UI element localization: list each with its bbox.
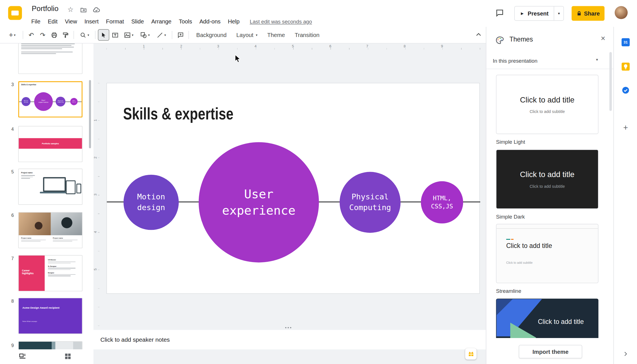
chevron-down-icon: ▾ [148, 33, 150, 37]
keep-icon[interactable] [621, 63, 630, 71]
slide-number: 4 [6, 127, 14, 132]
thumb-title: Skills & expertise [21, 84, 36, 86]
theme-card-streamline[interactable]: Click to add title Click to add subtitle [496, 224, 599, 283]
themes-panel-title: Themes [509, 36, 533, 43]
menu-slide[interactable]: Slide [128, 16, 148, 27]
slide-thumbnail-9[interactable] [18, 341, 82, 350]
chevron-down-icon: ▾ [132, 33, 134, 37]
mini-circle: Userexperience [34, 92, 53, 111]
calendar-icon[interactable]: 31 [621, 38, 630, 46]
mouse-cursor [235, 55, 241, 65]
speaker-notes[interactable]: Click to add speaker notes [93, 330, 486, 349]
theme-button[interactable]: Theme [262, 29, 290, 41]
slides-logo[interactable] [8, 6, 22, 20]
ruler-vertical: 1 2 3 4 5 [93, 50, 100, 330]
paint-format-button[interactable] [60, 29, 71, 41]
theme-card-geometric[interactable]: Click to add title [496, 299, 599, 338]
slide-thumbnail-2[interactable]: About me [18, 43, 82, 74]
last-edit-link[interactable]: Last edit was seconds ago [250, 18, 312, 25]
themes-scroll-area[interactable]: Click to add title Click to add subtitle… [486, 69, 613, 338]
palette-icon [495, 36, 504, 46]
in-this-presentation-row[interactable]: In this presentation ▾ [486, 53, 613, 69]
select-tool-button[interactable] [98, 29, 109, 41]
get-addons-plus-icon[interactable]: + [621, 123, 630, 132]
menu-edit[interactable]: Edit [44, 16, 61, 27]
new-slide-button[interactable]: +▾ [4, 29, 20, 41]
transition-button[interactable]: Transition [290, 29, 324, 41]
grid-view-button[interactable] [64, 353, 71, 362]
background-button[interactable]: Background [191, 29, 232, 41]
menu-view[interactable]: View [61, 16, 81, 27]
share-button[interactable]: Share [571, 6, 605, 21]
addons-quick-button[interactable] [465, 348, 476, 359]
chevron-down-icon: ▾ [14, 33, 16, 37]
slide-thumbnail-3-selected[interactable]: Skills & expertise Motiondesign Userexpe… [18, 81, 82, 117]
insert-comment-button[interactable] [175, 29, 186, 41]
close-panel-button[interactable]: × [601, 34, 605, 43]
filmstrip-view-button[interactable] [19, 353, 26, 362]
shape-circle-user-experience[interactable]: Userexperience [199, 142, 319, 263]
toolbar-divider [73, 31, 74, 39]
shape-circle-motion-design[interactable]: Motiondesign [123, 175, 179, 230]
insert-image-button[interactable]: ▾ [121, 29, 137, 41]
slide-number: 8 [6, 299, 14, 304]
move-folder-icon[interactable] [80, 6, 87, 15]
layout-button[interactable]: Layout▾ [232, 29, 262, 41]
slide-thumbnail-6[interactable]: Project name Project name [18, 212, 82, 248]
present-dropdown-button[interactable]: ▾ [554, 6, 564, 20]
doc-title[interactable]: Portfolio [32, 5, 58, 13]
mini-circle: PhysicalComputing [56, 97, 66, 106]
undo-button[interactable]: ↶ [26, 29, 37, 41]
hide-side-panel-button[interactable] [622, 350, 629, 359]
slide-editor-surface[interactable]: Skills & expertise Motiondesign Userexpe… [106, 83, 480, 294]
tasks-icon[interactable] [621, 86, 630, 94]
theme-title-preview: Click to add title [506, 242, 552, 250]
shape-circle-html-css-js[interactable]: HTML,CSS,JS [421, 181, 463, 224]
filmstrip-view-icon [19, 353, 26, 360]
zoom-button[interactable]: ▾ [76, 29, 93, 41]
star-icon[interactable]: ☆ [67, 5, 74, 14]
toolbar-divider [95, 31, 95, 39]
open-comments-icon[interactable] [495, 8, 504, 19]
slides-logo-inner [11, 10, 19, 15]
text-box-button[interactable] [109, 29, 121, 41]
chevron-right-icon [622, 350, 629, 358]
import-theme-button[interactable]: Import theme [519, 345, 582, 358]
chevron-down-icon: ▾ [596, 57, 598, 62]
menu-insert[interactable]: Insert [81, 16, 102, 27]
thumb-caption: Project name [53, 237, 79, 242]
menu-help[interactable]: Help [224, 16, 243, 27]
slide-thumbnail-5[interactable]: Project name [18, 169, 82, 205]
import-theme-label: Import theme [533, 348, 569, 355]
redo-button[interactable]: ↷ [37, 29, 48, 41]
avatar[interactable] [615, 6, 628, 19]
slide-filmstrip: About me 3 Skills & expertise Motiondesi… [0, 43, 93, 349]
print-button[interactable] [48, 29, 60, 41]
slide-thumbnail-8[interactable]: Acme Design Award recipient Parker Whale… [18, 298, 82, 334]
slide-number: 7 [6, 256, 14, 261]
present-button[interactable]: ► Present [515, 6, 554, 20]
menu-tools[interactable]: Tools [175, 16, 196, 27]
insert-shape-button[interactable]: ▾ [137, 29, 153, 41]
notes-resize-handle[interactable] [285, 327, 291, 328]
themes-panel-scrollbar[interactable] [609, 52, 612, 111]
slide-title-text[interactable]: Skills & expertise [123, 104, 234, 124]
lock-icon [576, 11, 582, 16]
insert-line-button[interactable]: ▾ [153, 29, 169, 41]
theme-card-simple-light[interactable]: Click to add title Click to add subtitle [496, 75, 599, 134]
theme-card-simple-dark[interactable]: Click to add title Click to add subtitle [496, 149, 599, 209]
menu-format[interactable]: Format [102, 16, 128, 27]
menu-arrange[interactable]: Arrange [148, 16, 175, 27]
cloud-status-icon[interactable] [93, 6, 100, 16]
theme-subtitle-preview: Click to add subtitle [530, 184, 565, 188]
menu-file[interactable]: File [28, 16, 44, 27]
thumb-purple-bg: Acme Design Award recipient Parker Whale… [19, 298, 82, 334]
collapse-toolbar-button[interactable] [475, 30, 483, 40]
slide-thumbnail-4[interactable]: Portfolio samples [18, 126, 82, 162]
slide-thumbnail-7[interactable]: Career highlights UX Director Sr. Design… [18, 255, 82, 291]
plus-icon: + [9, 31, 13, 39]
menu-addons[interactable]: Add-ons [196, 16, 224, 27]
filmstrip-scrollbar[interactable] [89, 80, 91, 148]
shape-circle-physical-computing[interactable]: PhysicalComputing [340, 172, 401, 233]
toolbar-divider [23, 31, 23, 39]
